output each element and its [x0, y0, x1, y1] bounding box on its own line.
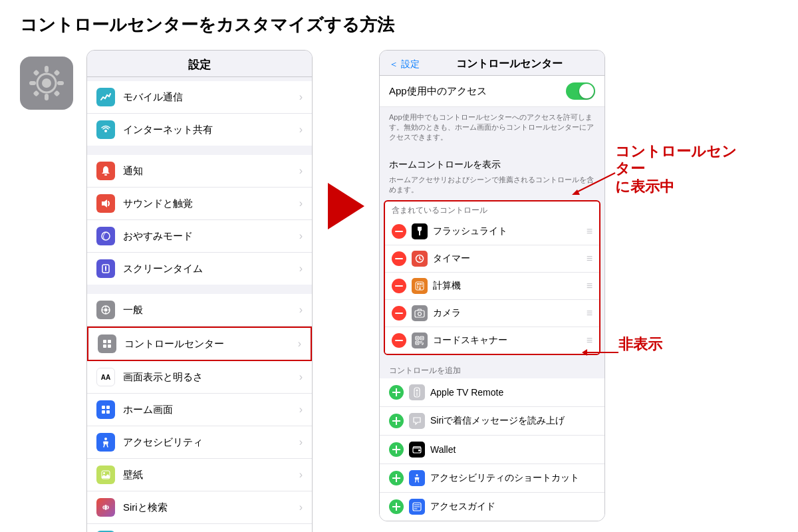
chevron-icon: › [299, 230, 303, 242]
svg-rect-12 [104, 174, 107, 176]
settings-row-general[interactable]: 一般 › [87, 294, 312, 327]
svg-point-55 [418, 313, 422, 316]
add-row-appletv[interactable]: Apple TV Remote [380, 378, 604, 407]
chevron-icon: › [299, 124, 303, 136]
content-area: 設定 モバイル通信 › イン [20, 50, 778, 532]
control-row-flashlight[interactable]: フラッシュライト ≡ [385, 218, 599, 245]
svg-marker-77 [582, 349, 587, 356]
settings-row-hotspot[interactable]: インターネット共有 › [87, 114, 312, 146]
red-arrow-icon [328, 183, 364, 229]
add-row-access-guide[interactable]: アクセスガイド [380, 493, 604, 521]
add-row-siri-msg[interactable]: Siriで着信メッセージを読み上げ [380, 407, 604, 436]
accessibility-shortcut-label: アクセシビリティのショートカット [430, 472, 595, 484]
remove-camera-button[interactable] [392, 306, 406, 321]
svg-rect-27 [108, 344, 111, 348]
svg-marker-13 [102, 200, 107, 207]
calculator-icon [412, 278, 428, 294]
settings-header: 設定 [87, 51, 312, 77]
add-appletv-button[interactable] [389, 385, 404, 400]
app-access-toggle-row[interactable]: App使用中のアクセス [380, 76, 604, 107]
svg-rect-59 [422, 338, 423, 339]
calculator-label: 計算機 [433, 280, 587, 292]
add-access-guide-button[interactable] [389, 499, 404, 514]
back-button[interactable]: ＜ 設定 [389, 59, 420, 70]
settings-row-siri[interactable]: Siriと検索 › [87, 491, 312, 524]
screentime-label: スクリーンタイム [123, 263, 299, 275]
drag-handle-icon[interactable]: ≡ [587, 334, 593, 346]
svg-rect-48 [417, 287, 418, 289]
remove-flashlight-button[interactable] [392, 224, 406, 239]
dnd-icon [96, 227, 115, 245]
svg-rect-30 [102, 410, 105, 414]
right-screen-container: ＜ 設定 コントロールセンター App使用中のアクセス App使用中でもコントロ… [379, 50, 605, 521]
add-wallet-button[interactable] [389, 442, 404, 457]
hotspot-label: インターネット共有 [123, 124, 299, 136]
drag-handle-icon[interactable]: ≡ [587, 253, 593, 265]
settings-group-notifications: 通知 › サウンドと触覚 › おやすみモード [87, 155, 312, 285]
svg-rect-53 [422, 286, 423, 287]
chevron-icon: › [299, 436, 303, 448]
siri-msg-label: Siriで着信メッセージを読み上げ [430, 415, 595, 427]
svg-point-19 [104, 309, 108, 312]
sound-label: サウンドと触覚 [123, 198, 299, 210]
control-center-label: コントロールセンター [124, 338, 298, 350]
flashlight-label: フラッシュライト [433, 225, 587, 237]
remove-calculator-button[interactable] [392, 279, 406, 293]
cc-annotation: コントロールセンター に表示中 [615, 143, 741, 196]
add-siri-msg-button[interactable] [389, 414, 404, 428]
camera-icon [412, 305, 428, 321]
add-controls-list: Apple TV Remote Siriで着信メッセージを読み上げ [380, 378, 604, 521]
settings-row-notification[interactable]: 通知 › [87, 155, 312, 188]
svg-rect-31 [106, 410, 110, 414]
display-icon: AA [96, 368, 115, 386]
settings-row-faceid[interactable]: Face IDとパスコード › [87, 524, 312, 532]
settings-row-home[interactable]: ホーム画面 › [87, 394, 312, 426]
svg-rect-5 [29, 81, 36, 85]
add-row-accessibility-shortcut[interactable]: アクセシビリティのショートカット [380, 464, 604, 493]
wallpaper-label: 壁紙 [123, 469, 299, 481]
accessibility-shortcut-icon [409, 470, 425, 486]
settings-row-display[interactable]: AA 画面表示と明るさ › [87, 361, 312, 394]
add-accessibility-button[interactable] [389, 471, 404, 485]
settings-row-mobile[interactable]: モバイル通信 › [87, 81, 312, 114]
chevron-icon: › [299, 371, 303, 383]
chevron-icon: › [299, 404, 303, 416]
drag-handle-icon[interactable]: ≡ [587, 280, 593, 292]
mobile-icon [96, 88, 115, 106]
control-row-calculator[interactable]: 計算機 ≡ [385, 273, 599, 300]
control-row-qr[interactable]: コードスキャナー ≡ [385, 327, 599, 354]
svg-rect-46 [417, 283, 419, 285]
svg-rect-57 [417, 338, 418, 339]
home-control-desc: ホームアクセサリおよびシーンで推薦されるコントロールを含めます。 [380, 174, 604, 199]
siri-msg-icon [409, 413, 425, 429]
home-icon [96, 400, 115, 419]
drag-handle-icon[interactable]: ≡ [587, 225, 593, 237]
remove-timer-button[interactable] [392, 251, 406, 266]
settings-row-control-center[interactable]: コントロールセンター › [87, 327, 312, 361]
right-control-center-screen: ＜ 設定 コントロールセンター App使用中のアクセス App使用中でもコントロ… [379, 50, 605, 521]
control-center-icon [98, 334, 116, 353]
appletv-label: Apple TV Remote [430, 387, 595, 398]
timer-label: タイマー [433, 253, 587, 265]
settings-row-screentime[interactable]: スクリーンタイム › [87, 253, 312, 285]
control-row-timer[interactable]: タイマー ≡ [385, 245, 599, 273]
settings-row-accessibility[interactable]: アクセシビリティ › [87, 426, 312, 459]
remove-qr-button[interactable] [392, 333, 406, 348]
add-row-wallet[interactable]: Wallet [380, 436, 604, 464]
svg-rect-47 [417, 286, 418, 287]
toggle-switch[interactable] [566, 82, 595, 100]
drag-handle-icon[interactable]: ≡ [587, 307, 593, 319]
control-row-camera[interactable]: カメラ ≡ [385, 300, 599, 327]
included-controls-title: 含まれているコントロール [385, 201, 599, 218]
settings-row-wallpaper[interactable]: 壁紙 › [87, 459, 312, 491]
settings-row-dnd[interactable]: おやすみモード › [87, 220, 312, 253]
dnd-label: おやすみモード [123, 230, 299, 243]
settings-row-sound[interactable]: サウンドと触覚 › [87, 188, 312, 220]
general-icon [96, 301, 115, 319]
chevron-icon: › [299, 263, 303, 275]
mobile-label: モバイル通信 [123, 91, 299, 104]
svg-rect-52 [422, 283, 423, 285]
svg-point-17 [105, 270, 106, 271]
access-guide-icon [409, 499, 425, 515]
svg-rect-49 [420, 283, 422, 285]
